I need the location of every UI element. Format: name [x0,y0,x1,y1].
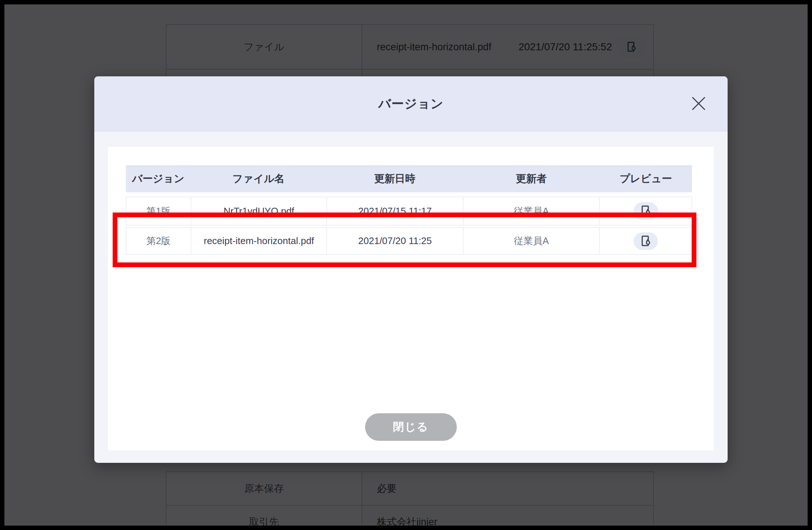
header-file-name: ファイル名 [190,172,327,186]
version-table-header: バージョン ファイル名 更新日時 更新者 プレビュー [126,165,692,192]
version-modal: バージョン バージョン ファイル名 更新日時 更新者 プレビュー 第1版 [94,76,728,463]
header-updated-at: 更新日時 [327,172,463,186]
modal-content-card: バージョン ファイル名 更新日時 更新者 プレビュー 第1版 NrTr1vdUY… [108,147,714,450]
close-icon[interactable] [690,95,707,112]
modal-header: バージョン [94,76,728,131]
screenshot-frame: ファイル receipt-item-horizontal.pdf 2021/07… [0,0,812,530]
header-preview: プレビュー [600,172,692,186]
highlight-rectangle-annotation [113,213,696,267]
header-version: バージョン [126,172,190,186]
header-updated-by: 更新者 [463,172,600,186]
modal-title: バージョン [378,95,444,112]
close-button[interactable]: 閉じる [365,413,457,441]
